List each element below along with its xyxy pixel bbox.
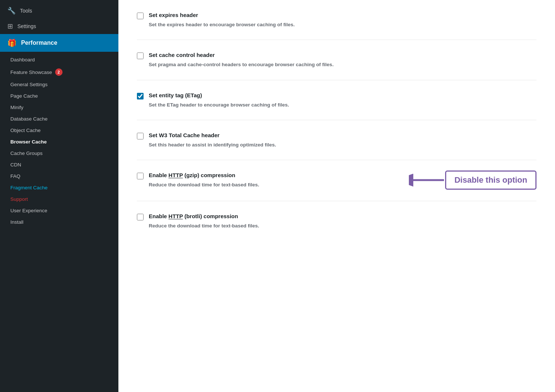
sidebar-item-dashboard[interactable]: Dashboard bbox=[0, 54, 118, 65]
sidebar-item-cdn[interactable]: CDN bbox=[0, 159, 118, 170]
object-cache-label: Object Cache bbox=[10, 128, 41, 133]
install-label: Install bbox=[10, 219, 23, 225]
chevron-right-icon bbox=[118, 36, 118, 50]
w3-header-checkbox-wrap[interactable] bbox=[137, 133, 144, 141]
user-experience-label: User Experience bbox=[10, 208, 47, 213]
setting-etag: Set entity tag (ETag) Set the ETag heade… bbox=[137, 80, 536, 120]
http-underline: HTTP bbox=[168, 172, 183, 178]
sidebar-item-browser-cache[interactable]: Browser Cache bbox=[0, 136, 118, 148]
settings-icon: ⊞ bbox=[7, 22, 13, 30]
support-label: Support bbox=[10, 196, 28, 202]
setting-row: Set cache control header Set pragma and … bbox=[137, 51, 536, 68]
gzip-label: Enable HTTP (gzip) compression bbox=[149, 171, 393, 179]
brotli-checkbox[interactable] bbox=[137, 214, 144, 220]
setting-cache-control: Set cache control header Set pragma and … bbox=[137, 40, 536, 80]
sidebar-settings-label: Settings bbox=[17, 23, 36, 29]
gzip-checkbox[interactable] bbox=[137, 173, 144, 179]
sidebar-item-feature-showcase[interactable]: Feature Showcase 2 bbox=[0, 65, 118, 79]
setting-text: Set W3 Total Cache header Set this heade… bbox=[149, 131, 276, 149]
sidebar-tools-label: Tools bbox=[20, 8, 32, 14]
annotation-text: Disable this option bbox=[454, 175, 527, 185]
gzip-desc: Reduce the download time for text-based … bbox=[149, 181, 393, 189]
cache-control-desc: Set pragma and cache-control headers to … bbox=[149, 61, 334, 68]
cdn-label: CDN bbox=[10, 162, 21, 168]
sidebar: 🔧 Tools ⊞ Settings 🎁 Performance Dashboa… bbox=[0, 0, 118, 392]
etag-checkbox-wrap[interactable] bbox=[137, 93, 144, 101]
sidebar-item-database-cache[interactable]: Database Cache bbox=[0, 113, 118, 125]
performance-header[interactable]: 🎁 Performance bbox=[0, 34, 118, 52]
gzip-checkbox-wrap[interactable] bbox=[137, 173, 144, 181]
setting-row: Set W3 Total Cache header Set this heade… bbox=[137, 131, 536, 149]
feature-showcase-label: Feature Showcase bbox=[10, 70, 52, 75]
brotli-checkbox-wrap[interactable] bbox=[137, 214, 144, 222]
setting-text: Set expires header Set the expires heade… bbox=[149, 11, 295, 28]
setting-w3-header: Set W3 Total Cache header Set this heade… bbox=[137, 120, 536, 160]
sidebar-item-object-cache[interactable]: Object Cache bbox=[0, 125, 118, 136]
w3-header-checkbox[interactable] bbox=[137, 133, 144, 139]
brotli-label: Enable HTTP (brotli) compression bbox=[149, 212, 259, 220]
brotli-desc: Reduce the download time for text-based … bbox=[149, 222, 259, 230]
performance-icon: 🎁 bbox=[7, 38, 17, 47]
cache-control-checkbox[interactable] bbox=[137, 53, 144, 59]
w3-header-desc: Set this header to assist in identifying… bbox=[149, 141, 276, 149]
faq-label: FAQ bbox=[10, 173, 20, 179]
setting-row: Set expires header Set the expires heade… bbox=[137, 11, 536, 28]
tools-icon: 🔧 bbox=[7, 7, 16, 15]
performance-label: Performance bbox=[21, 40, 57, 46]
browser-cache-label: Browser Cache bbox=[10, 139, 47, 145]
sidebar-item-user-experience[interactable]: User Experience bbox=[0, 205, 118, 216]
sidebar-item-tools[interactable]: 🔧 Tools bbox=[0, 3, 118, 18]
sidebar-item-cache-groups[interactable]: Cache Groups bbox=[0, 148, 118, 159]
http-underline-brotli: HTTP bbox=[168, 213, 183, 219]
expires-header-checkbox[interactable] bbox=[137, 13, 144, 19]
expires-header-checkbox-wrap[interactable] bbox=[137, 13, 144, 21]
sidebar-item-install[interactable]: Install bbox=[0, 216, 118, 228]
setting-gzip: Enable HTTP (gzip) compression Reduce th… bbox=[137, 160, 536, 201]
setting-row: Enable HTTP (gzip) compression Reduce th… bbox=[137, 171, 536, 190]
sidebar-item-fragment-cache[interactable]: Fragment Cache bbox=[0, 182, 118, 193]
sidebar-item-page-cache[interactable]: Page Cache bbox=[0, 90, 118, 102]
sidebar-item-general-settings[interactable]: General Settings bbox=[0, 79, 118, 90]
annotation-box: Disable this option bbox=[445, 170, 536, 190]
annotation-arrow-icon bbox=[409, 172, 446, 188]
main-content: Set expires header Set the expires heade… bbox=[118, 0, 555, 392]
etag-checkbox[interactable] bbox=[137, 93, 144, 99]
cache-groups-label: Cache Groups bbox=[10, 151, 43, 156]
annotation-group: Disable this option bbox=[409, 170, 536, 190]
setting-expires-header: Set expires header Set the expires heade… bbox=[137, 0, 536, 40]
fragment-cache-label: Fragment Cache bbox=[10, 185, 48, 190]
minify-label: Minify bbox=[10, 105, 23, 110]
dashboard-label: Dashboard bbox=[10, 57, 35, 62]
setting-text: Enable HTTP (gzip) compression Reduce th… bbox=[149, 171, 393, 189]
setting-row: Enable HTTP (brotli) compression Reduce … bbox=[137, 212, 536, 230]
etag-label: Set entity tag (ETag) bbox=[149, 91, 289, 99]
expires-header-label: Set expires header bbox=[149, 11, 295, 19]
general-settings-label: General Settings bbox=[10, 82, 48, 87]
sidebar-top-section: 🔧 Tools ⊞ Settings bbox=[0, 0, 118, 34]
setting-row: Set entity tag (ETag) Set the ETag heade… bbox=[137, 91, 536, 109]
database-cache-label: Database Cache bbox=[10, 116, 48, 122]
sidebar-nav: Dashboard Feature Showcase 2 General Set… bbox=[0, 52, 118, 230]
etag-desc: Set the ETag header to encourage browser… bbox=[149, 101, 289, 109]
sidebar-item-settings[interactable]: ⊞ Settings bbox=[0, 18, 118, 34]
w3-header-label: Set W3 Total Cache header bbox=[149, 131, 276, 139]
setting-brotli: Enable HTTP (brotli) compression Reduce … bbox=[137, 201, 536, 241]
setting-text: Enable HTTP (brotli) compression Reduce … bbox=[149, 212, 259, 230]
sidebar-item-faq[interactable]: FAQ bbox=[0, 170, 118, 182]
expires-header-desc: Set the expires header to encourage brow… bbox=[149, 21, 295, 28]
setting-text: Set cache control header Set pragma and … bbox=[149, 51, 334, 68]
sidebar-item-support[interactable]: Support bbox=[0, 193, 118, 205]
page-cache-label: Page Cache bbox=[10, 93, 38, 99]
setting-text: Set entity tag (ETag) Set the ETag heade… bbox=[149, 91, 289, 109]
cache-control-label: Set cache control header bbox=[149, 51, 334, 59]
sidebar-item-minify[interactable]: Minify bbox=[0, 102, 118, 113]
feature-showcase-badge: 2 bbox=[55, 68, 63, 76]
cache-control-checkbox-wrap[interactable] bbox=[137, 53, 144, 61]
